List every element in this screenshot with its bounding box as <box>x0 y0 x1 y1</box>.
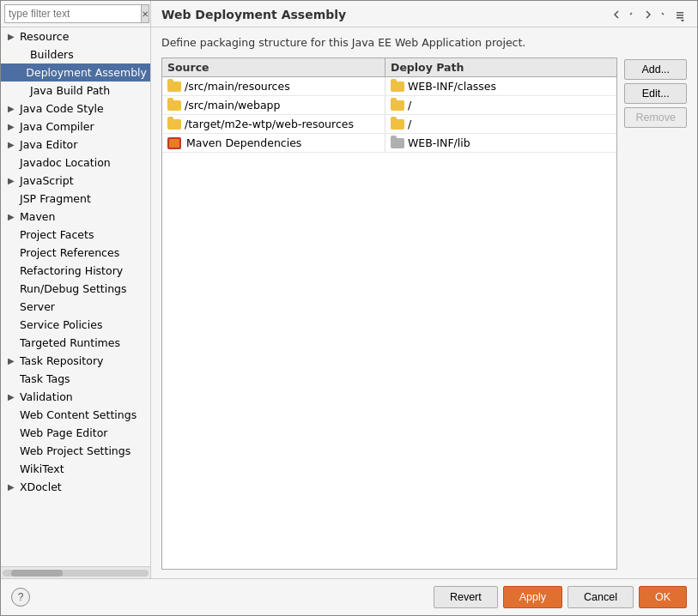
svg-rect-2 <box>677 17 683 19</box>
nav-forward-button[interactable] <box>641 8 670 21</box>
menu-button[interactable] <box>673 8 687 21</box>
svg-marker-3 <box>681 20 684 21</box>
nav-item-arrow: ▶ <box>8 122 18 131</box>
table-row[interactable]: Maven DependenciesWEB-INF/lib <box>162 134 616 153</box>
nav-item-web-project-settings[interactable]: Web Project Settings <box>1 442 150 460</box>
nav-item-project-references[interactable]: Project References <box>1 244 150 262</box>
nav-item-label: Web Page Editor <box>20 426 107 439</box>
nav-item-arrow: ▶ <box>8 212 18 221</box>
nav-item-service-policies[interactable]: Service Policies <box>1 316 150 334</box>
folder-icon <box>167 100 181 111</box>
source-text: /src/main/resources <box>185 80 290 93</box>
footer-left: ? <box>11 588 30 607</box>
deploy-folder-icon <box>391 138 404 148</box>
nav-item-xdoclet[interactable]: ▶XDoclet <box>1 478 150 496</box>
svg-rect-1 <box>677 15 683 16</box>
deploy-text: / <box>408 99 411 112</box>
filter-input[interactable] <box>4 4 142 23</box>
left-panel: ✕ ▶ResourceBuildersDeployment AssemblyJa… <box>1 1 151 578</box>
nav-item-label: Java Build Path <box>30 84 110 97</box>
nav-item-jsp-fragment[interactable]: JSP Fragment <box>1 190 150 208</box>
nav-item-deployment-assembly[interactable]: Deployment Assembly <box>1 63 150 82</box>
nav-item-label: Java Editor <box>20 138 77 151</box>
deploy-text: / <box>408 118 411 130</box>
cell-source-3: Maven Dependencies <box>162 134 385 152</box>
nav-item-label: Service Policies <box>20 318 102 331</box>
nav-item-java-build-path[interactable]: Java Build Path <box>1 82 150 100</box>
apply-button[interactable]: Apply <box>503 586 562 608</box>
remove-button[interactable]: Remove <box>624 107 687 128</box>
right-panel: Web Deployment Assembly <box>151 1 697 578</box>
filter-clear-button[interactable]: ✕ <box>142 4 149 23</box>
nav-item-builders[interactable]: Builders <box>1 45 150 63</box>
nav-item-web-content-settings[interactable]: Web Content Settings <box>1 406 150 424</box>
cell-deploy-2: / <box>385 115 616 133</box>
nav-item-refactoring-history[interactable]: Refactoring History <box>1 262 150 280</box>
nav-item-label: JSP Fragment <box>20 192 91 205</box>
scrollbar-track <box>3 570 149 577</box>
cell-source-0: /src/main/resources <box>162 77 385 95</box>
svg-rect-0 <box>677 12 683 14</box>
nav-item-label: Task Repository <box>20 354 103 367</box>
nav-item-arrow: ▶ <box>8 32 18 41</box>
nav-item-resource[interactable]: ▶Resource <box>1 27 150 45</box>
nav-item-task-repository[interactable]: ▶Task Repository <box>1 352 150 370</box>
nav-item-label: Web Content Settings <box>20 408 137 421</box>
nav-item-label: Task Tags <box>20 372 70 385</box>
source-text: /target/m2e-wtp/web-resources <box>185 118 354 130</box>
table-row[interactable]: /target/m2e-wtp/web-resources/ <box>162 115 616 134</box>
nav-item-task-tags[interactable]: Task Tags <box>1 370 150 388</box>
cell-source-2: /target/m2e-wtp/web-resources <box>162 115 385 133</box>
add-button[interactable]: Add... <box>624 59 687 80</box>
nav-list: ▶ResourceBuildersDeployment AssemblyJava… <box>1 27 150 566</box>
nav-item-targeted-runtimes[interactable]: Targeted Runtimes <box>1 334 150 352</box>
nav-item-label: Refactoring History <box>20 264 123 277</box>
revert-button[interactable]: Revert <box>434 586 498 608</box>
table-row[interactable]: /src/main/resourcesWEB-INF/classes <box>162 77 616 96</box>
col-deploy: Deploy Path <box>385 58 616 76</box>
nav-item-maven[interactable]: ▶Maven <box>1 208 150 226</box>
nav-item-label: Java Compiler <box>20 120 94 133</box>
deploy-text: WEB-INF/classes <box>408 80 496 93</box>
right-title: Web Deployment Assembly <box>161 8 346 21</box>
nav-item-label: Run/Debug Settings <box>20 282 127 295</box>
cancel-button[interactable]: Cancel <box>568 586 634 608</box>
nav-item-run-debug-settings[interactable]: Run/Debug Settings <box>1 280 150 298</box>
dialog: ✕ ▶ResourceBuildersDeployment AssemblyJa… <box>0 0 698 616</box>
nav-item-web-page-editor[interactable]: Web Page Editor <box>1 424 150 442</box>
nav-item-java-code-style[interactable]: ▶Java Code Style <box>1 100 150 118</box>
footer-right: Revert Apply Cancel OK <box>434 586 687 608</box>
nav-item-label: Targeted Runtimes <box>20 336 120 349</box>
ok-button[interactable]: OK <box>639 586 687 608</box>
side-buttons: Add... Edit... Remove <box>624 57 687 570</box>
nav-item-javascript[interactable]: ▶JavaScript <box>1 172 150 190</box>
table-row[interactable]: /src/main/webapp/ <box>162 96 616 115</box>
nav-scrollbar[interactable] <box>1 566 150 578</box>
table-area: Source Deploy Path /src/main/resourcesWE… <box>161 57 687 570</box>
folder-icon <box>167 119 181 130</box>
nav-item-server[interactable]: Server <box>1 298 150 316</box>
right-content: Define packaging structure for this Java… <box>151 27 697 578</box>
edit-button[interactable]: Edit... <box>624 83 687 104</box>
nav-item-java-editor[interactable]: ▶Java Editor <box>1 136 150 154</box>
nav-item-wikitext[interactable]: WikiText <box>1 460 150 478</box>
nav-item-label: Javadoc Location <box>20 156 111 169</box>
table-body: /src/main/resourcesWEB-INF/classes/src/m… <box>162 77 616 153</box>
nav-item-arrow: ▶ <box>8 104 18 113</box>
nav-back-button[interactable] <box>610 8 638 21</box>
nav-item-arrow: ▶ <box>8 482 18 492</box>
nav-item-label: XDoclet <box>20 480 62 493</box>
folder-icon <box>167 82 181 92</box>
nav-item-validation[interactable]: ▶Validation <box>1 388 150 406</box>
nav-item-label: Resource <box>20 30 69 43</box>
help-button[interactable]: ? <box>11 588 30 607</box>
nav-item-label: Project Facets <box>20 228 94 241</box>
nav-item-javadoc-location[interactable]: Javadoc Location <box>1 154 150 172</box>
description: Define packaging structure for this Java… <box>161 36 687 49</box>
nav-item-project-facets[interactable]: Project Facets <box>1 226 150 244</box>
nav-item-label: Validation <box>20 390 73 403</box>
nav-item-java-compiler[interactable]: ▶Java Compiler <box>1 118 150 136</box>
nav-item-label: Builders <box>30 48 74 61</box>
filter-bar: ✕ <box>1 1 150 27</box>
nav-item-arrow: ▶ <box>8 356 18 365</box>
